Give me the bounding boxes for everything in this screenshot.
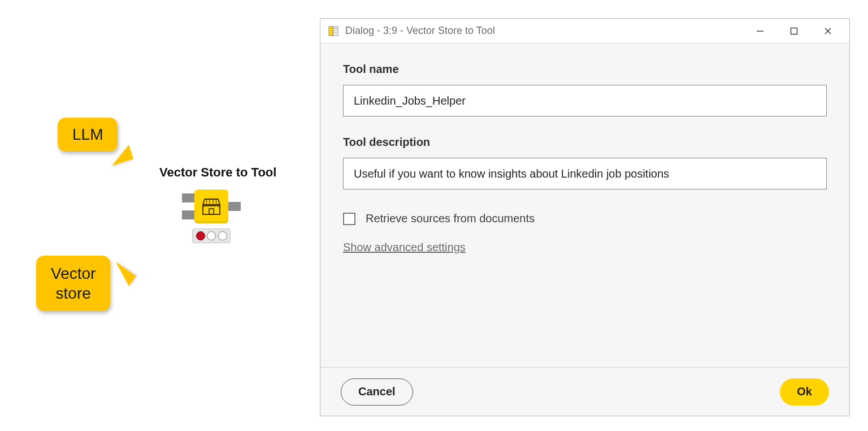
callout-llm-text: LLM bbox=[72, 126, 103, 143]
app-icon bbox=[328, 26, 338, 36]
node-port-out-tool[interactable] bbox=[228, 202, 241, 211]
svg-rect-6 bbox=[329, 27, 333, 36]
svg-rect-9 bbox=[335, 30, 337, 31]
window-maximize-button[interactable] bbox=[777, 19, 811, 44]
svg-line-5 bbox=[216, 199, 216, 205]
dialog-body: Tool name Tool description Retrieve sour… bbox=[320, 44, 849, 367]
dialog-window: Dialog - 3:9 - Vector Store to Tool Tool… bbox=[320, 18, 850, 416]
tool-description-label: Tool description bbox=[343, 136, 827, 149]
retrieve-sources-row[interactable]: Retrieve sources from documents bbox=[343, 212, 827, 225]
tool-name-input[interactable] bbox=[343, 85, 827, 117]
ok-button[interactable]: Ok bbox=[780, 378, 829, 406]
store-icon bbox=[200, 195, 223, 218]
node-title: Vector Store to Tool bbox=[159, 165, 276, 180]
callout-vs-line2: store bbox=[56, 285, 91, 302]
svg-rect-12 bbox=[791, 28, 797, 34]
status-light-green bbox=[218, 231, 227, 240]
window-minimize-button[interactable] bbox=[743, 19, 777, 44]
callout-vector-store: Vector store bbox=[36, 256, 110, 311]
status-light-red bbox=[196, 231, 205, 240]
node-status-lights bbox=[192, 229, 231, 243]
callout-vs-line1: Vector bbox=[51, 265, 96, 282]
minimize-icon bbox=[756, 27, 764, 35]
maximize-icon bbox=[790, 27, 798, 35]
callout-vs-tail bbox=[108, 262, 136, 286]
svg-rect-10 bbox=[335, 32, 337, 33]
retrieve-sources-label: Retrieve sources from documents bbox=[366, 212, 535, 225]
node-port-in-llm[interactable] bbox=[182, 193, 194, 202]
svg-rect-1 bbox=[209, 209, 214, 214]
node-port-in-vector-store[interactable] bbox=[182, 210, 194, 219]
workflow-diagram: LLM Vector store Vector Store to Tool bbox=[34, 113, 277, 328]
cancel-button[interactable]: Cancel bbox=[341, 378, 413, 406]
dialog-titlebar[interactable]: Dialog - 3:9 - Vector Store to Tool bbox=[320, 19, 849, 44]
tool-name-label: Tool name bbox=[343, 63, 827, 76]
svg-rect-8 bbox=[335, 28, 337, 29]
svg-line-2 bbox=[206, 199, 207, 205]
dialog-title: Dialog - 3:9 - Vector Store to Tool bbox=[345, 25, 743, 37]
retrieve-sources-checkbox[interactable] bbox=[343, 213, 355, 225]
node-icon[interactable] bbox=[194, 189, 228, 223]
close-icon bbox=[824, 27, 832, 35]
status-light-yellow bbox=[207, 231, 216, 240]
tool-description-input[interactable] bbox=[343, 158, 827, 189]
window-close-button[interactable] bbox=[811, 19, 845, 44]
callout-llm: LLM bbox=[58, 118, 118, 152]
show-advanced-settings-link[interactable]: Show advanced settings bbox=[343, 241, 466, 253]
dialog-footer: Cancel Ok bbox=[320, 367, 849, 416]
